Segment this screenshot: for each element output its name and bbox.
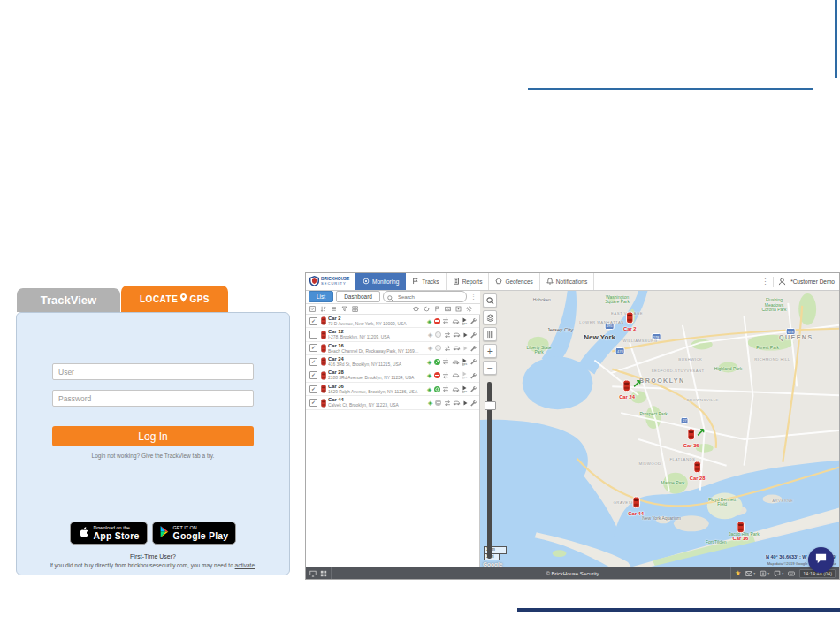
- unit-row-car-28[interactable]: ✓Car 282188 3Rd Avenue, Brooklyn, NY 112…: [306, 369, 479, 383]
- mail-icon[interactable]: ▾: [745, 570, 755, 577]
- subtab-list[interactable]: List: [309, 291, 333, 302]
- swap-arrows-icon[interactable]: [442, 317, 449, 324]
- account-name[interactable]: *Customer Demo: [790, 278, 835, 285]
- tab-monitoring[interactable]: Monitoring: [355, 273, 406, 290]
- grid-icon[interactable]: [320, 570, 327, 577]
- map-search-button[interactable]: [483, 293, 497, 308]
- target-icon[interactable]: [413, 306, 419, 312]
- zoom-out-button[interactable]: −: [483, 361, 497, 375]
- select-all-icon[interactable]: [309, 306, 316, 312]
- first-time-user-link[interactable]: First-Time User?: [17, 553, 289, 560]
- star-icon[interactable]: ★: [735, 569, 741, 577]
- unit-row-car-2[interactable]: ✓Car 273 D Avenue, New York, NY 10009, U…: [306, 315, 479, 328]
- panel-menu-icon[interactable]: ⋮: [470, 293, 477, 301]
- unit-checkbox[interactable]: ✓: [309, 385, 317, 393]
- display-icon[interactable]: [309, 570, 317, 577]
- map-marker-car-44[interactable]: Car 44: [628, 496, 644, 516]
- appstore-badge[interactable]: Download on the App Store: [70, 522, 148, 545]
- swap-arrows-icon[interactable]: [442, 372, 449, 379]
- user-input[interactable]: [52, 363, 254, 380]
- swap-arrows-icon[interactable]: [444, 331, 451, 339]
- map-marker-car-28[interactable]: Car 28: [690, 461, 706, 481]
- unit-checkbox[interactable]: ✓: [309, 399, 317, 407]
- sort-icon[interactable]: [320, 306, 326, 312]
- unit-settings-icon[interactable]: [470, 317, 477, 324]
- unit-settings-icon[interactable]: [470, 331, 477, 339]
- unit-checkbox[interactable]: ✓: [309, 317, 317, 325]
- follow-gps-icon[interactable]: [463, 332, 468, 338]
- vehicle-icon[interactable]: [452, 386, 460, 392]
- swap-arrows-icon[interactable]: [444, 400, 451, 407]
- unit-settings-icon[interactable]: [470, 385, 477, 392]
- unit-name: Car 2: [328, 316, 427, 322]
- settings-icon[interactable]: [466, 306, 472, 312]
- unit-row-car-16[interactable]: ✓Car 16Beach Channel Dr, Rockaway Park, …: [306, 342, 479, 355]
- map[interactable]: HobokenWashington Square ParkFlushing Me…: [480, 290, 839, 567]
- grid-icon[interactable]: [352, 306, 358, 312]
- unit-settings-icon[interactable]: [470, 358, 477, 365]
- unit-address: 416 3Rd St, Brooklyn, NY 11215, USA: [328, 362, 427, 368]
- swap-arrows-icon[interactable]: [442, 385, 449, 392]
- list-icon[interactable]: [331, 306, 337, 312]
- subtab-dashboard[interactable]: Dashboard: [336, 291, 380, 302]
- chat-log-icon[interactable]: ▾: [774, 570, 783, 577]
- map-marker-car-2[interactable]: Car 2: [623, 311, 637, 331]
- tab-trackview[interactable]: TrackView: [17, 288, 120, 312]
- unit-checkbox[interactable]: ✓: [309, 344, 317, 352]
- user-account-icon[interactable]: [778, 278, 786, 286]
- photo-icon[interactable]: [445, 306, 451, 312]
- unit-row-car-12[interactable]: Car 12I-278, Brooklyn, NY 11209, USA◈: [306, 328, 479, 341]
- map-layers-button[interactable]: [483, 310, 497, 324]
- tab-locate-gps[interactable]: LOCATE GPS: [121, 286, 228, 312]
- caret-down-icon: ▾: [782, 571, 783, 575]
- chat-button[interactable]: [808, 547, 834, 573]
- vehicle-icon[interactable]: [452, 359, 460, 365]
- follow-gps-icon[interactable]: gps: [462, 385, 467, 393]
- more-menu-icon[interactable]: ⋮: [761, 278, 768, 286]
- unit-row-car-44[interactable]: ✓Car 44Calvek Ct, Brooklyn, NY 11223, US…: [306, 396, 479, 409]
- activate-link[interactable]: activate: [235, 562, 255, 568]
- tab-label: Tracks: [422, 278, 439, 285]
- zoom-in-button[interactable]: +: [483, 344, 497, 358]
- vehicle-icon[interactable]: [453, 345, 461, 351]
- tab-geofences[interactable]: Geofences: [489, 273, 539, 290]
- vehicle-icon[interactable]: [452, 372, 460, 378]
- follow-gps-icon[interactable]: [463, 346, 468, 351]
- frame-icon[interactable]: [455, 306, 462, 312]
- swap-arrows-icon[interactable]: [444, 345, 451, 352]
- search-input[interactable]: [396, 293, 462, 301]
- unit-checkbox[interactable]: ✓: [309, 358, 317, 366]
- follow-gps-icon[interactable]: [463, 400, 468, 406]
- vehicle-icon[interactable]: [453, 400, 461, 406]
- zoom-slider[interactable]: [487, 382, 492, 559]
- flag-icon[interactable]: [434, 306, 440, 312]
- password-input[interactable]: [52, 390, 254, 407]
- filter-icon[interactable]: [341, 306, 347, 312]
- unit-settings-icon[interactable]: [470, 372, 477, 379]
- map-marker-car-36[interactable]: Car 36: [683, 428, 699, 448]
- unit-row-car-36[interactable]: ✓Car 361629 Ralph Avenue, Brooklyn, NY 1…: [306, 383, 479, 396]
- vehicle-icon[interactable]: [453, 331, 461, 338]
- unit-checkbox[interactable]: ✓: [309, 371, 317, 379]
- unit-settings-icon[interactable]: [470, 400, 477, 407]
- unit-checkbox[interactable]: [309, 331, 317, 339]
- follow-icon[interactable]: [424, 306, 430, 312]
- follow-gps-icon[interactable]: gps: [462, 358, 467, 366]
- map-marker-car-16[interactable]: Car 16: [732, 521, 748, 541]
- map-marker-car-24[interactable]: Car 24: [619, 380, 635, 400]
- zoom-slider-handle[interactable]: [485, 401, 496, 410]
- keyboard-icon[interactable]: [788, 570, 795, 577]
- googleplay-badge[interactable]: GET IT ON Google Play: [152, 522, 237, 545]
- follow-gps-icon[interactable]: gps: [462, 317, 467, 325]
- tab-notifications[interactable]: Notifications: [540, 273, 594, 290]
- map-measure-button[interactable]: [483, 327, 497, 341]
- unit-row-car-24[interactable]: ✓Car 24416 3Rd St, Brooklyn, NY 11215, U…: [306, 355, 479, 369]
- login-button[interactable]: Log In: [52, 426, 254, 446]
- follow-gps-icon[interactable]: gps: [462, 371, 467, 379]
- tab-tracks[interactable]: Tracks: [406, 273, 446, 290]
- tab-reports[interactable]: Reports: [447, 273, 490, 290]
- vehicle-icon[interactable]: [452, 318, 460, 324]
- apps-icon[interactable]: ▾: [760, 570, 769, 577]
- unit-settings-icon[interactable]: [470, 345, 477, 352]
- swap-arrows-icon[interactable]: [442, 358, 449, 365]
